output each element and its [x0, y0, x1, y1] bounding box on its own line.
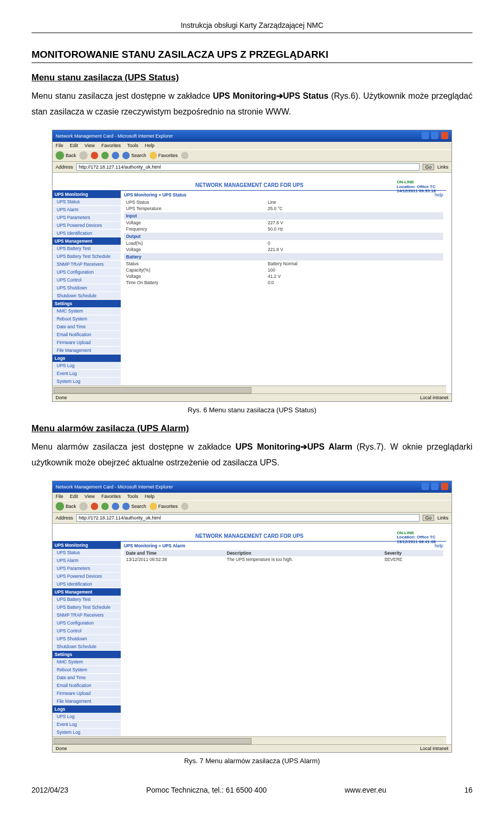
favorites-button[interactable]: Favorites [150, 503, 178, 510]
go-button[interactable]: Go [423, 164, 434, 170]
menu-file[interactable]: File [56, 494, 64, 499]
table-header: Date and Time Description Severity [124, 550, 443, 556]
sidebar-item[interactable]: UPS Shutdown [52, 284, 121, 292]
sidebar-item[interactable]: Email Notification [52, 331, 121, 339]
statusbar: Done Local intranet [52, 744, 452, 752]
sidebar-item[interactable]: Firmware Upload [52, 339, 121, 347]
sidebar-item[interactable]: UPS Control [52, 627, 121, 635]
sidebar-item[interactable]: UPS Shutdown [52, 635, 121, 643]
sidebar-item[interactable]: UPS Alarm [52, 557, 121, 565]
sidebar-item[interactable]: UPS Battery Test [52, 245, 121, 253]
sidebar-item[interactable]: Shutdown Schedule [52, 643, 121, 651]
sidebar-item[interactable]: UPS Powered Devices [52, 573, 121, 580]
sidebar-item[interactable]: File Management [52, 698, 121, 705]
menu-edit[interactable]: Edit [70, 494, 78, 499]
sidebar-item[interactable]: UPS Log [52, 362, 121, 370]
sidebar-item[interactable]: UPS Configuration [52, 268, 121, 276]
links-label[interactable]: Links [437, 515, 448, 521]
go-button[interactable]: Go [423, 515, 434, 521]
sidebar-item[interactable]: UPS Status [52, 198, 121, 206]
maximize-icon[interactable] [431, 483, 438, 490]
help-link[interactable]: help [435, 543, 443, 548]
menu-help[interactable]: Help [145, 143, 155, 148]
sidebar-item[interactable]: NMC System [52, 307, 121, 315]
back-button[interactable]: Back [56, 502, 76, 511]
sidebar-item[interactable]: File Management [52, 347, 121, 355]
sidebar-item[interactable]: UPS Battery Test Schedule [52, 604, 121, 611]
forward-icon[interactable] [79, 502, 88, 511]
search-button[interactable]: Search [122, 152, 146, 159]
sidebar-item[interactable]: UPS Battery Test Schedule [52, 253, 121, 261]
maximize-icon[interactable] [431, 132, 438, 139]
sidebar-group-head: Logs [52, 355, 121, 362]
data-row: Capacity(%)100 [124, 267, 443, 273]
sidebar-item[interactable]: UPS Control [52, 276, 121, 284]
horiz-scrollbar[interactable] [52, 736, 446, 744]
menu-view[interactable]: View [85, 143, 94, 148]
sidebar-item[interactable]: UPS Identification [52, 230, 121, 237]
menu-file[interactable]: File [56, 143, 64, 148]
stop-icon[interactable] [91, 503, 98, 510]
home-icon[interactable] [112, 152, 119, 159]
horiz-scrollbar[interactable] [52, 386, 446, 393]
sidebar-item[interactable]: Email Notification [52, 682, 121, 690]
sidebar-item[interactable]: UPS Powered Devices [52, 222, 121, 230]
sidebar-group-head: Settings [52, 300, 121, 307]
home-icon[interactable] [112, 503, 119, 510]
links-label[interactable]: Links [437, 164, 448, 170]
menu-favorites[interactable]: Favorites [101, 494, 121, 499]
sidebar-item[interactable]: UPS Log [52, 713, 121, 721]
minimize-icon[interactable] [422, 132, 429, 139]
sidebar-item[interactable]: UPS Identification [52, 580, 121, 588]
caption-fig7: Rys. 7 Menu alarmów zasilacza (UPS Alarm… [32, 757, 472, 765]
menu-edit[interactable]: Edit [70, 143, 78, 148]
sidebar-item[interactable]: Reboot System [52, 666, 121, 674]
forward-icon[interactable] [79, 151, 88, 160]
refresh-icon[interactable] [101, 152, 109, 159]
search-button[interactable]: Search [122, 503, 146, 510]
status-done: Done [56, 746, 67, 751]
sidebar-item[interactable]: Event Log [52, 370, 121, 378]
close-icon[interactable] [441, 483, 448, 490]
para2-b: UPS Monitoring➔UPS Alarm [236, 442, 352, 451]
address-input[interactable]: http://172.18.127.114/authority_ok.html [76, 514, 419, 522]
sidebar-item[interactable]: UPS Configuration [52, 619, 121, 627]
favorites-button[interactable]: Favorites [150, 152, 178, 159]
stop-icon[interactable] [91, 152, 98, 159]
sidebar-group-head: Logs [52, 705, 121, 713]
refresh-icon[interactable] [101, 503, 109, 510]
menu-favorites[interactable]: Favorites [101, 143, 121, 148]
sidebar-item[interactable]: System Log [52, 378, 121, 386]
menu-tools[interactable]: Tools [127, 143, 138, 148]
toolbar: Back Search Favorites [52, 500, 452, 513]
menu-help[interactable]: Help [145, 494, 155, 499]
help-link[interactable]: help [435, 192, 443, 197]
sidebar-item[interactable]: Date and Time [52, 323, 121, 331]
sidebar: UPS MonitoringUPS StatusUPS AlarmUPS Par… [52, 191, 121, 386]
sidebar-item[interactable]: UPS Parameters [52, 565, 121, 573]
sidebar-group-head: UPS Monitoring [52, 542, 121, 549]
sidebar-item[interactable]: UPS Battery Test [52, 596, 121, 604]
sidebar-item[interactable]: Reboot System [52, 315, 121, 323]
sidebar-item[interactable]: Event Log [52, 721, 121, 729]
menu-tools[interactable]: Tools [127, 494, 138, 499]
close-icon[interactable] [441, 132, 448, 139]
sidebar-item[interactable]: Date and Time [52, 674, 121, 682]
sidebar-item[interactable]: SNMP TRAP Receivers [52, 611, 121, 619]
sidebar-item[interactable]: UPS Alarm [52, 206, 121, 214]
sidebar-item[interactable]: UPS Status [52, 549, 121, 557]
sidebar-item[interactable]: SNMP TRAP Receivers [52, 261, 121, 268]
sidebar-item[interactable]: NMC System [52, 658, 121, 666]
history-icon[interactable] [181, 152, 188, 159]
back-button[interactable]: Back [56, 151, 76, 160]
sidebar-item[interactable]: System Log [52, 729, 121, 736]
sidebar-group-head: Settings [52, 651, 121, 658]
history-icon[interactable] [181, 503, 188, 510]
sidebar-item[interactable]: Firmware Upload [52, 690, 121, 698]
minimize-icon[interactable] [422, 483, 429, 490]
section-title: MONITOROWANIE STANU ZASILACZA UPS Z PRZE… [32, 49, 472, 63]
sidebar-item[interactable]: UPS Parameters [52, 214, 121, 222]
sidebar-item[interactable]: Shutdown Schedule [52, 292, 121, 300]
menu-view[interactable]: View [85, 494, 94, 499]
address-input[interactable]: http://172.18.127.114/authority_ok.html [76, 163, 419, 171]
